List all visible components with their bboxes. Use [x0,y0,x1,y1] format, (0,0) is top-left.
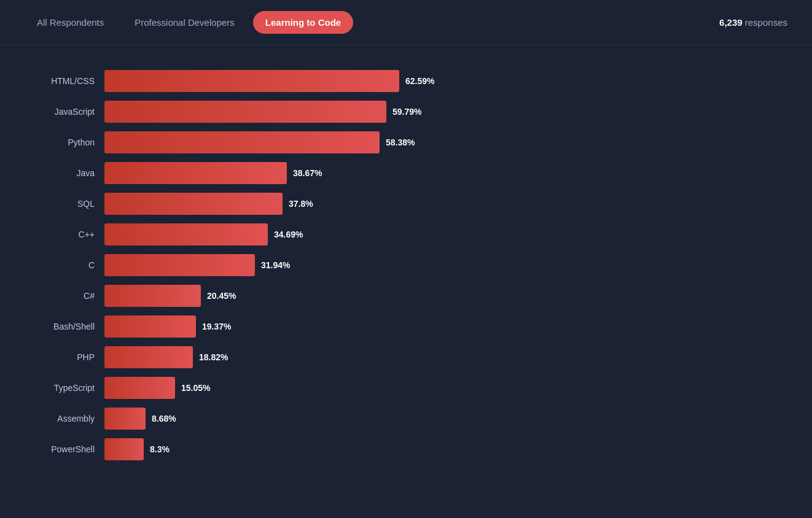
bar-value: 20.45% [207,291,236,301]
bar-label: Bash/Shell [25,322,104,331]
response-count: 6,239 responses [719,17,787,28]
chart-row: Assembly8.68% [25,408,775,430]
response-count-label: responses [745,17,787,28]
bar-wrapper: 15.05% [104,377,775,399]
bar-value: 8.68% [152,414,176,423]
header: All RespondentsProfessional DevelopersLe… [0,0,812,45]
bar-wrapper: 20.45% [104,285,775,307]
chart-container: HTML/CSS62.59%JavaScript59.79%Python58.3… [0,45,812,493]
bar-label: HTML/CSS [25,76,104,86]
bar-value: 18.82% [199,352,228,362]
bar-label: TypeScript [25,383,104,393]
bar-value: 59.79% [392,107,421,117]
bar-value: 19.37% [202,322,231,331]
chart-row: TypeScript15.05% [25,377,775,399]
chart-row: SQL37.8% [25,193,775,215]
chart-row: Java38.67% [25,162,775,184]
bar [104,162,287,184]
bar [104,70,399,92]
tab-group: All RespondentsProfessional DevelopersLe… [25,11,719,34]
bar-label: Java [25,168,104,178]
tab-professional-developers[interactable]: Professional Developers [122,11,247,34]
bar-value: 62.59% [405,76,434,86]
bar-value: 38.67% [293,168,322,178]
chart-row: C++34.69% [25,223,775,245]
bar [104,101,386,123]
bar-value: 37.8% [289,199,313,209]
bar-value: 31.94% [261,260,290,270]
bar-value: 34.69% [274,230,303,239]
bar-wrapper: 18.82% [104,346,775,368]
bar [104,377,175,399]
bar-wrapper: 34.69% [104,223,775,245]
bar [104,223,268,245]
chart-row: PowerShell8.3% [25,438,775,460]
chart-row: Bash/Shell19.37% [25,315,775,338]
bar-wrapper: 58.38% [104,131,775,153]
bar-label: Assembly [25,414,104,423]
bar-wrapper: 37.8% [104,193,775,215]
tab-learning-to-code[interactable]: Learning to Code [253,11,353,34]
bar [104,438,144,460]
bar-wrapper: 31.94% [104,254,775,276]
bar-label: SQL [25,199,104,209]
bar-wrapper: 8.3% [104,438,775,460]
tab-all-respondents[interactable]: All Respondents [25,11,116,34]
bar-label: Python [25,137,104,147]
bar-value: 58.38% [386,137,415,147]
bar [104,315,196,338]
bar-label: PHP [25,352,104,362]
bar [104,254,255,276]
bar [104,131,380,153]
bar-wrapper: 59.79% [104,101,775,123]
bar-label: PowerShell [25,444,104,454]
bar-label: C++ [25,230,104,239]
bar-wrapper: 19.37% [104,315,775,338]
bar [104,346,193,368]
bar-wrapper: 62.59% [104,70,775,92]
bar-label: JavaScript [25,107,104,117]
chart-row: JavaScript59.79% [25,101,775,123]
bar [104,408,146,430]
bar-label: C# [25,291,104,301]
chart-row: HTML/CSS62.59% [25,70,775,92]
chart-row: C#20.45% [25,285,775,307]
bar-value: 15.05% [181,383,210,393]
bar-label: C [25,260,104,270]
chart-row: Python58.38% [25,131,775,153]
bar-wrapper: 38.67% [104,162,775,184]
bar [104,285,201,307]
chart-row: C31.94% [25,254,775,276]
bar [104,193,283,215]
bar-value: 8.3% [150,444,170,454]
response-count-number: 6,239 [719,17,743,28]
chart-row: PHP18.82% [25,346,775,368]
bar-wrapper: 8.68% [104,408,775,430]
